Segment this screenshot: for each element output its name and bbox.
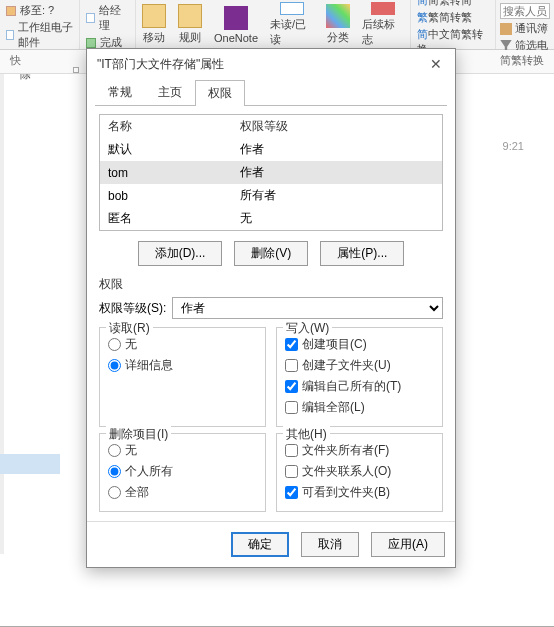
level-label: 权限等级(S): — [99, 300, 166, 317]
bg-leftbar — [0, 74, 4, 554]
unreadread-button[interactable]: 未读/已读 — [264, 0, 320, 49]
dialog-title-text: "IT部门大文件存储"属性 — [97, 56, 224, 73]
col-name: 名称 — [100, 115, 232, 138]
addressbook-icon — [500, 23, 512, 35]
categorize-icon — [326, 4, 350, 28]
create-items-check[interactable]: 创建项目(C) — [285, 334, 434, 355]
ribbon-search-group: 通讯簿 筛选电 — [495, 0, 554, 49]
onenote-icon — [224, 6, 248, 30]
permission-level-select[interactable]: 作者 — [172, 297, 443, 319]
dialog-titlebar: "IT部门大文件存储"属性 ✕ — [87, 49, 455, 79]
permissions-list[interactable]: 名称 权限等级 默认作者 tom作者 bob所有者 匿名无 — [99, 114, 443, 231]
permissions-section-label: 权限 — [99, 276, 443, 293]
tab-general[interactable]: 常规 — [95, 79, 145, 105]
addressbook-button[interactable]: 通讯簿 — [500, 20, 550, 37]
other-fieldset: 其他(H) 文件夹所有者(F) 文件夹联系人(O) 可看到文件夹(B) — [276, 433, 443, 512]
write-fieldset: 写入(W) 创建项目(C) 创建子文件夹(U) 编辑自己所有的(T) 编辑全部(… — [276, 327, 443, 427]
ribbon-quicksteps2: 给经理 完成 新建 — [80, 0, 136, 49]
onenote-button[interactable]: OneNote — [208, 0, 264, 49]
quick-label: 快 — [10, 54, 21, 66]
table-row[interactable]: 默认作者 — [100, 138, 442, 161]
folder-move-icon — [142, 4, 166, 28]
followup-button[interactable]: 后续标志 — [356, 0, 409, 49]
dialog-tabs: 常规 主页 权限 — [87, 79, 455, 105]
permission-level-row: 权限等级(S): 作者 — [99, 297, 443, 319]
read-details-radio[interactable]: 详细信息 — [108, 355, 257, 376]
write-legend: 写入(W) — [283, 320, 332, 337]
edit-all-check[interactable]: 编辑全部(L) — [285, 397, 434, 418]
delete-fieldset: 删除项目(I) 无 个人所有 全部 — [99, 433, 266, 512]
envelope-icon — [280, 2, 304, 15]
close-button[interactable]: ✕ — [427, 55, 445, 73]
bg-time: 9:21 — [503, 140, 524, 152]
delete-none-radio[interactable]: 无 — [108, 440, 257, 461]
ribbon: 移至: ? 工作组电子邮件 答复和删除 给经理 完成 新建 移动 规则 OneN… — [0, 0, 554, 50]
tomanager-button[interactable]: 给经理 — [82, 2, 133, 34]
ribbon-convert-group: 简简繁转简 繁繁简转繁 简中文简繁转换 — [410, 0, 495, 49]
table-row[interactable]: 匿名无 — [100, 207, 442, 230]
simp-to-trad-button[interactable]: 简简繁转简 — [415, 0, 491, 9]
bg-selection — [0, 454, 60, 474]
trad-to-simp-button[interactable]: 繁繁简转繁 — [415, 9, 491, 26]
properties-dialog: "IT部门大文件存储"属性 ✕ 常规 主页 权限 名称 权限等级 默认作者 to… — [86, 48, 456, 568]
rules-button[interactable]: 规则 — [172, 0, 208, 49]
delete-own-radio[interactable]: 个人所有 — [108, 461, 257, 482]
delete-legend: 删除项目(I) — [106, 426, 171, 443]
delete-all-radio[interactable]: 全部 — [108, 482, 257, 503]
other-legend: 其他(H) — [283, 426, 330, 443]
read-legend: 读取(R) — [106, 320, 153, 337]
create-subfolders-check[interactable]: 创建子文件夹(U) — [285, 355, 434, 376]
flag-icon — [371, 2, 395, 15]
col-level: 权限等级 — [232, 115, 442, 138]
folder-contact-check[interactable]: 文件夹联系人(O) — [285, 461, 434, 482]
read-fieldset: 读取(R) 无 详细信息 — [99, 327, 266, 427]
dialog-footer: 确定 取消 应用(A) — [87, 521, 455, 567]
cancel-button[interactable]: 取消 — [301, 532, 359, 557]
table-row[interactable]: bob所有者 — [100, 184, 442, 207]
categorize-button[interactable]: 分类 — [320, 0, 356, 49]
read-none-radio[interactable]: 无 — [108, 334, 257, 355]
close-icon: ✕ — [430, 56, 442, 72]
ok-button[interactable]: 确定 — [231, 532, 289, 557]
workgroupmail-button[interactable]: 工作组电子邮件 — [2, 19, 77, 51]
search-people-input[interactable] — [500, 3, 550, 19]
folder-owner-check[interactable]: 文件夹所有者(F) — [285, 440, 434, 461]
ribbon-main: 移动 规则 OneNote 未读/已读 分类 后续标志 简简繁转简 繁繁简转繁 … — [136, 0, 554, 49]
expand-dot-icon[interactable] — [73, 67, 79, 73]
rules-icon — [178, 4, 202, 28]
move-button[interactable]: 移动 — [136, 0, 172, 49]
properties-button[interactable]: 属性(P)... — [320, 241, 404, 266]
add-button[interactable]: 添加(D)... — [138, 241, 223, 266]
remove-button[interactable]: 删除(V) — [234, 241, 308, 266]
list-buttons: 添加(D)... 删除(V) 属性(P)... — [99, 241, 443, 266]
permissions-header: 名称 权限等级 — [100, 115, 442, 138]
table-row[interactable]: tom作者 — [100, 161, 442, 184]
apply-button[interactable]: 应用(A) — [371, 532, 445, 557]
dialog-body: 名称 权限等级 默认作者 tom作者 bob所有者 匿名无 添加(D)... 删… — [87, 106, 455, 521]
tab-home[interactable]: 主页 — [145, 79, 195, 105]
edit-own-check[interactable]: 编辑自己所有的(T) — [285, 376, 434, 397]
folder-visible-check[interactable]: 可看到文件夹(B) — [285, 482, 434, 503]
moveto-button[interactable]: 移至: ? — [2, 2, 77, 19]
tab-permissions[interactable]: 权限 — [195, 80, 245, 106]
ribbon-quicksteps: 移至: ? 工作组电子邮件 答复和删除 — [0, 0, 80, 49]
cn-convert-label: 简繁转换 — [500, 53, 544, 68]
